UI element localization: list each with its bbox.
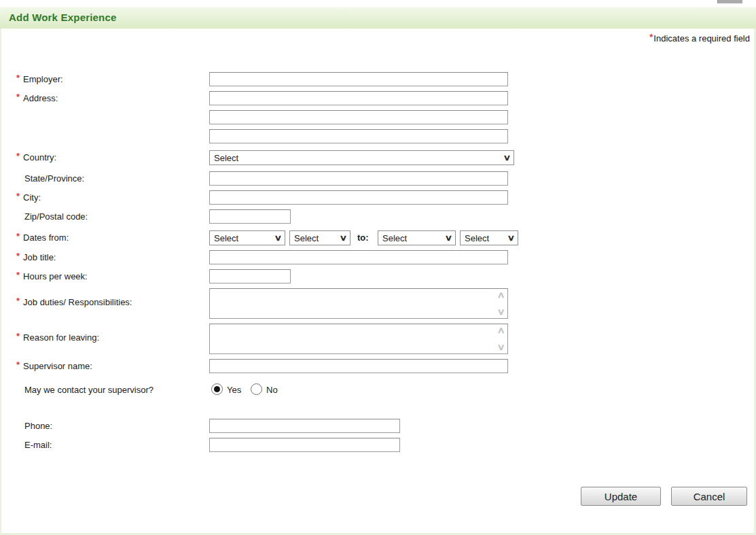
state-input[interactable] <box>209 171 508 186</box>
required-field-note: *Indicates a required field <box>649 33 750 44</box>
radio-selected-dot <box>214 386 220 392</box>
email-label: E-mail: <box>24 440 52 450</box>
required-asterisk-icon: * <box>16 251 20 261</box>
radio-yes-label: Yes <box>227 385 241 395</box>
state-label: State/Province: <box>24 173 84 184</box>
radio-no[interactable] <box>251 383 262 395</box>
email-input[interactable] <box>209 438 400 452</box>
date-to-month-select[interactable]: Select ∨ <box>378 230 456 245</box>
chevron-down-icon: ∨ <box>445 234 453 242</box>
required-asterisk-icon: * <box>16 73 20 83</box>
city-label: *City: <box>16 192 41 203</box>
date-from-year-select[interactable]: Select ∨ <box>289 230 350 245</box>
update-button[interactable]: Update <box>581 487 661 506</box>
address-line2-input[interactable] <box>209 110 508 124</box>
city-input[interactable] <box>209 190 508 205</box>
scroll-up-icon[interactable]: ∧ <box>497 292 505 298</box>
add-work-experience-form: Add Work Experience *Indicates a require… <box>0 0 756 535</box>
scroll-down-icon[interactable]: ∨ <box>497 344 505 351</box>
chevron-down-icon: ∨ <box>503 154 511 162</box>
contact-supervisor-label: May we contact your supervisor? <box>24 385 154 395</box>
phone-label: Phone: <box>24 421 52 431</box>
job-title-input[interactable] <box>209 250 508 264</box>
radio-no-label: No <box>266 385 278 395</box>
dates-to-label: to: <box>357 232 369 243</box>
dates-from-label: *Dates from: <box>16 232 69 243</box>
address-line1-input[interactable] <box>209 91 508 105</box>
required-asterisk-icon: * <box>16 331 20 341</box>
country-select-value: Select <box>214 153 238 163</box>
panel-border-left <box>0 29 1 535</box>
required-asterisk-icon: * <box>16 360 20 370</box>
chevron-down-icon: ∨ <box>507 234 516 242</box>
hours-label: *Hours per week: <box>16 271 88 281</box>
date-from-month-select[interactable]: Select ∨ <box>209 230 285 245</box>
required-asterisk-icon: * <box>16 270 20 280</box>
address-line3-input[interactable] <box>209 129 508 143</box>
required-asterisk-icon: * <box>16 191 20 201</box>
required-asterisk-icon: * <box>16 92 20 102</box>
phone-input[interactable] <box>209 419 400 433</box>
reason-label: *Reason for leaving: <box>16 332 99 343</box>
scroll-up-icon[interactable]: ∧ <box>497 327 505 334</box>
chevron-down-icon: ∨ <box>340 234 348 242</box>
address-label: *Address: <box>16 93 58 103</box>
supervisor-label: *Supervisor name: <box>16 361 92 371</box>
country-select[interactable]: Select ∨ <box>209 150 514 165</box>
chevron-down-icon: ∨ <box>274 234 283 242</box>
form-header: Add Work Experience <box>0 7 756 29</box>
reason-textarea[interactable]: ∧ ∨ <box>209 324 508 354</box>
radio-yes[interactable] <box>211 383 223 395</box>
required-asterisk-icon: * <box>649 32 653 42</box>
page-title: Add Work Experience <box>9 12 117 23</box>
zip-input[interactable] <box>209 209 291 224</box>
employer-label: *Employer: <box>16 74 63 84</box>
cancel-button[interactable]: Cancel <box>671 487 747 506</box>
scrollbar-fragment[interactable] <box>717 0 742 3</box>
scroll-down-icon[interactable]: ∨ <box>497 309 505 315</box>
job-duties-textarea[interactable]: ∧ ∨ <box>209 288 508 319</box>
supervisor-input[interactable] <box>209 359 508 373</box>
country-label: *Country: <box>16 152 56 162</box>
employer-input[interactable] <box>209 72 508 86</box>
required-asterisk-icon: * <box>16 296 20 306</box>
required-asterisk-icon: * <box>16 151 20 161</box>
required-asterisk-icon: * <box>16 231 20 241</box>
job-duties-label: *Job duties/ Responsibilities: <box>16 297 132 307</box>
hours-input[interactable] <box>209 269 291 283</box>
date-to-year-select[interactable]: Select ∨ <box>460 230 518 245</box>
zip-label: Zip/Postal code: <box>24 211 88 222</box>
job-title-label: *Job title: <box>16 252 56 262</box>
